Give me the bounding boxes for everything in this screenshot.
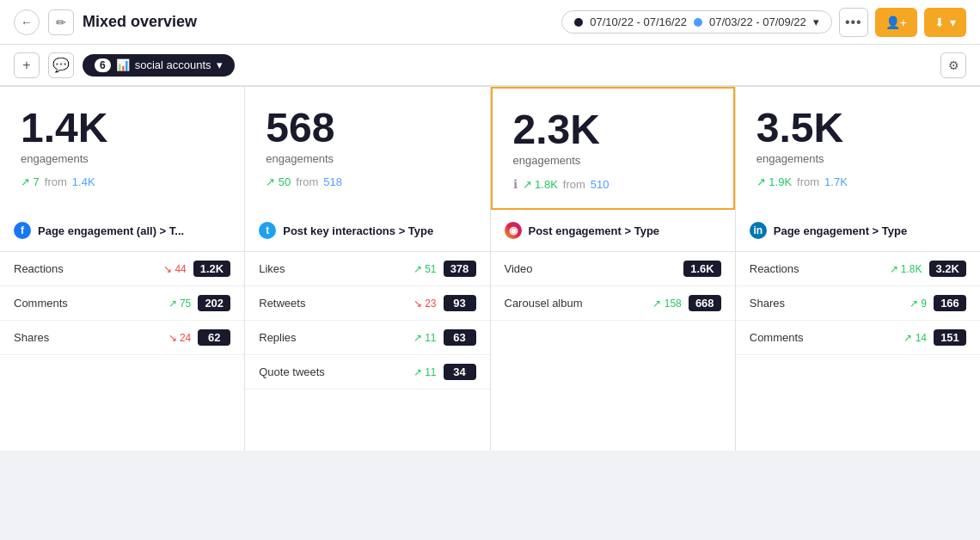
social-accounts-button[interactable]: 6 📊 social accounts ▾: [83, 54, 235, 77]
metrics-row: 1.4K engagements ↗ 7 from 1.4K 568 engag…: [0, 86, 980, 210]
change-prev-2: 510: [591, 178, 609, 191]
add-user-icon: 👤+: [885, 15, 907, 29]
detail-title-2: Post engagement > Type: [529, 224, 660, 237]
pencil-icon: ✏: [56, 15, 66, 29]
info-icon: ℹ: [513, 177, 518, 191]
detail-row-item-0-0: Reactions ↘ 44 1.2K: [0, 252, 244, 286]
row-label-3-1: Shares: [750, 297, 910, 310]
add-widget-button[interactable]: +: [14, 52, 40, 78]
detail-row-item-3-2: Comments ↗ 14 151: [736, 321, 980, 355]
add-user-button[interactable]: 👤+: [875, 8, 917, 37]
comment-button[interactable]: 💬: [48, 52, 74, 78]
row-label-1-0: Likes: [259, 262, 413, 275]
platform-icon-1: t: [259, 222, 276, 239]
metric-card-1: 568 engagements ↗ 50 from 518: [245, 87, 489, 210]
detail-header-3: in Page engagement > Type: [736, 210, 980, 252]
detail-row-item-0-1: Comments ↗ 75 202: [0, 286, 244, 321]
filter-button[interactable]: ⚙: [940, 52, 966, 78]
change-arrow-1: ↗ 50: [266, 175, 291, 188]
row-label-0-0: Reactions: [14, 262, 163, 275]
detail-card-0: f Page engagement (all) > T... Reactions…: [0, 210, 244, 451]
more-options-button[interactable]: •••: [839, 8, 868, 37]
detail-row-item-2-1: Carousel album ↗ 158 668: [491, 286, 735, 321]
header-right: 07/10/22 - 07/16/22 07/03/22 - 07/09/22 …: [561, 8, 966, 37]
comment-icon: 💬: [52, 57, 70, 73]
chevron-down-icon-accounts: ▾: [217, 58, 223, 71]
row-change-0-0: ↘ 44: [163, 263, 187, 275]
change-prev-0: 1.4K: [72, 175, 95, 188]
change-from-2: from: [563, 178, 585, 191]
row-label-3-2: Comments: [750, 331, 904, 344]
change-prev-1: 518: [323, 175, 342, 188]
row-label-3-0: Reactions: [750, 262, 890, 275]
current-date-range: 07/10/22 - 07/16/22: [590, 15, 687, 28]
metric-value-3: 3.5K: [756, 107, 959, 149]
detail-row-item-3-1: Shares ↗ 9 166: [736, 286, 980, 321]
chevron-down-icon: ▾: [813, 15, 819, 28]
platform-icon-0: f: [14, 222, 31, 239]
detail-row-item-0-2: Shares ↘ 24 62: [0, 321, 244, 355]
chevron-down-icon-export: ▾: [950, 15, 956, 29]
detail-row-item-1-1: Retweets ↘ 23 93: [245, 286, 489, 321]
row-label-1-2: Replies: [259, 331, 413, 344]
detail-card-1: t Post key interactions > Type Likes ↗ 5…: [245, 210, 489, 451]
detail-row-item-1-3: Quote tweets ↗ 11 34: [245, 355, 489, 390]
main-content: 1.4K engagements ↗ 7 from 1.4K 568 engag…: [0, 86, 980, 540]
row-value-1-3: 34: [444, 364, 476, 380]
row-label-0-2: Shares: [14, 331, 168, 344]
change-from-0: from: [45, 175, 67, 188]
bar-chart-icon: 📊: [116, 58, 130, 71]
header: ← ✏ Mixed overview 07/10/22 - 07/16/22 0…: [0, 0, 980, 45]
social-accounts-label: social accounts: [135, 58, 211, 71]
detail-row: f Page engagement (all) > T... Reactions…: [0, 210, 980, 451]
row-change-0-1: ↗ 75: [168, 298, 192, 310]
detail-row-item-1-0: Likes ↗ 51 378: [245, 252, 489, 286]
metric-label-2: engagements: [513, 154, 713, 167]
change-from-1: from: [296, 175, 318, 188]
export-icon: ⬇: [934, 15, 945, 29]
filter-icon: ⚙: [948, 58, 959, 72]
detail-title-1: Post key interactions > Type: [283, 224, 433, 237]
export-button[interactable]: ⬇ ▾: [924, 8, 966, 37]
row-value-3-0: 3.2K: [929, 261, 966, 277]
date-range-button[interactable]: 07/10/22 - 07/16/22 07/03/22 - 07/09/22 …: [561, 10, 832, 34]
row-value-0-2: 62: [198, 329, 230, 346]
metric-card-2: 2.3K engagements ℹ ↗ 1.8K from 510: [491, 87, 735, 210]
toolbar: + 💬 6 📊 social accounts ▾ ⚙: [0, 45, 980, 86]
detail-row-item-1-2: Replies ↗ 11 63: [245, 321, 489, 355]
change-arrow-0: ↗ 7: [21, 175, 40, 188]
edit-button[interactable]: ✏: [48, 9, 74, 35]
prev-date-range: 07/03/22 - 07/09/22: [709, 15, 806, 28]
metric-change-3: ↗ 1.9K from 1.7K: [756, 175, 959, 188]
metric-label-1: engagements: [266, 152, 469, 165]
back-button[interactable]: ←: [14, 9, 40, 35]
detail-header-0: f Page engagement (all) > T...: [0, 210, 244, 252]
back-icon: ←: [21, 15, 33, 29]
plus-icon: +: [22, 58, 30, 73]
row-value-3-2: 151: [934, 329, 966, 346]
metric-value-1: 568: [266, 107, 469, 149]
row-change-0-2: ↘ 24: [168, 332, 192, 344]
row-change-1-2: ↗ 11: [413, 332, 437, 344]
detail-header-2: ◉ Post engagement > Type: [491, 210, 735, 252]
row-label-1-3: Quote tweets: [259, 365, 413, 378]
current-period-dot: [574, 18, 583, 27]
row-value-1-0: 378: [444, 261, 476, 277]
change-from-3: from: [797, 175, 819, 188]
row-change-3-2: ↗ 14: [903, 332, 927, 344]
detail-row-item-3-0: Reactions ↗ 1.8K 3.2K: [736, 252, 980, 286]
row-value-3-1: 166: [934, 295, 966, 311]
row-value-0-0: 1.2K: [193, 261, 230, 277]
metric-change-2: ℹ ↗ 1.8K from 510: [513, 177, 713, 191]
metric-card-0: 1.4K engagements ↗ 7 from 1.4K: [0, 87, 244, 210]
row-change-1-1: ↘ 23: [413, 298, 437, 310]
page-title: Mixed overview: [83, 13, 197, 31]
detail-card-3: in Page engagement > Type Reactions ↗ 1.…: [736, 210, 980, 451]
metric-change-0: ↗ 7 from 1.4K: [21, 175, 224, 188]
row-change-2-1: ↗ 158: [652, 298, 681, 310]
row-label-0-1: Comments: [14, 297, 168, 310]
change-prev-3: 1.7K: [824, 175, 848, 188]
metric-change-1: ↗ 50 from 518: [266, 175, 469, 188]
row-value-0-1: 202: [198, 295, 230, 311]
row-change-1-0: ↗ 51: [413, 263, 437, 275]
